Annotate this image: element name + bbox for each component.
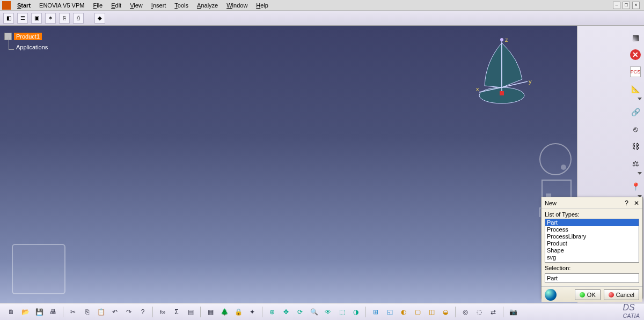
tree-root-product[interactable]: Product1 <box>4 31 48 42</box>
thumbnail-preview[interactable] <box>12 244 65 294</box>
copy-icon[interactable]: ⎘ <box>81 306 93 318</box>
types-listbox[interactable]: Part Process ProcessLibrary Product Shap… <box>545 219 639 263</box>
link-icon[interactable]: 🔗 <box>630 107 641 117</box>
list-item[interactable]: Part <box>545 219 639 226</box>
start-icon <box>2 1 11 10</box>
measure-icon[interactable]: 📐 <box>630 84 641 94</box>
pan-icon[interactable]: ✥ <box>280 306 292 318</box>
table-icon[interactable]: ▤ <box>185 306 196 318</box>
render-icon[interactable]: ◎ <box>459 306 471 318</box>
pcs-icon[interactable]: PCS <box>630 66 641 77</box>
open-icon[interactable]: 📂 <box>19 306 31 318</box>
normal-view-icon[interactable]: ◑ <box>350 306 362 318</box>
list-item[interactable]: Process <box>545 226 639 233</box>
save-icon[interactable]: 💾 <box>33 306 45 318</box>
fit-all-icon[interactable]: ⊕ <box>266 306 278 318</box>
material-icon[interactable]: ◒ <box>440 306 451 318</box>
print-icon[interactable]: 🖶 <box>47 306 59 318</box>
dropdown-icon-2[interactable] <box>638 172 642 175</box>
axis-icon[interactable]: ✦ <box>246 306 258 318</box>
list-item[interactable]: Shape <box>545 247 639 254</box>
hide-icon[interactable]: ◌ <box>473 306 485 318</box>
tool-icon-6[interactable]: ⎙ <box>73 13 84 24</box>
menu-analyze[interactable]: AnalyzeAnalyze <box>193 1 222 10</box>
rotate-icon[interactable]: ⟳ <box>294 306 306 318</box>
hlr-icon[interactable]: ◫ <box>426 306 437 318</box>
compass[interactable]: z y x <box>464 32 545 113</box>
menu-view[interactable]: ViewView <box>126 1 147 10</box>
new-dialog: New ? ✕ List of Types: Part Process Proc… <box>541 197 643 299</box>
cancel-button[interactable]: Cancel <box>604 289 639 300</box>
menu-window[interactable]: WindowWindow <box>222 1 252 10</box>
menu-bar: SStarttart ENOVIA V5 VPM FileFile EditEd… <box>0 0 644 11</box>
list-of-types-label: List of Types: <box>545 211 639 218</box>
menu-enovia[interactable]: ENOVIA V5 VPM <box>35 1 89 10</box>
list-item[interactable]: ProcessLibrary <box>545 233 639 240</box>
nav-sphere-icon[interactable] <box>539 143 572 175</box>
tool-icon-4[interactable]: ✶ <box>45 13 56 24</box>
menu-tools[interactable]: ToolsTools <box>170 1 193 10</box>
iso-icon[interactable]: ◱ <box>384 306 396 318</box>
dialog-close-icon[interactable]: ✕ <box>634 199 639 207</box>
swap-icon[interactable]: ⇄ <box>487 306 499 318</box>
camera-icon[interactable]: 📷 <box>507 306 519 318</box>
cut-icon[interactable]: ✂ <box>67 306 79 318</box>
window-minimize-icon[interactable]: – <box>613 2 620 9</box>
tool-icon-1[interactable]: ◧ <box>3 13 14 24</box>
help-pointer-icon[interactable]: ? <box>137 306 149 318</box>
tree-product-label: Product1 <box>14 33 42 40</box>
undo-icon[interactable]: ↶ <box>109 306 121 318</box>
chain-icon[interactable]: ⛓ <box>630 141 641 152</box>
multi-view-icon[interactable]: ⊞ <box>370 306 382 318</box>
connect-icon[interactable]: ⎋ <box>630 124 641 135</box>
svg-rect-5 <box>500 91 504 95</box>
svg-point-4 <box>500 38 503 41</box>
lock-icon[interactable]: 🔒 <box>232 306 244 318</box>
selection-input[interactable] <box>545 273 639 283</box>
tool-icon-5[interactable]: ⎘ <box>59 13 70 24</box>
menu-help[interactable]: HelpHelp <box>252 1 273 10</box>
menu-insert[interactable]: InsertInsert <box>147 1 171 10</box>
menu-start[interactable]: SStarttart <box>13 1 35 10</box>
ds-catia-logo: DSCATIA <box>623 303 640 319</box>
tool-icon-3[interactable]: ▣ <box>31 13 42 24</box>
wireframe-icon[interactable]: ▢ <box>412 306 423 318</box>
tree-applications[interactable]: Applications <box>16 44 48 50</box>
window-restore-icon[interactable]: □ <box>623 2 630 9</box>
probe-icon[interactable]: 📍 <box>630 181 641 192</box>
sigma-icon[interactable]: Σ <box>171 306 182 318</box>
product-icon <box>4 33 12 40</box>
window-close-icon[interactable]: × <box>632 2 640 9</box>
dialog-help-icon[interactable]: ? <box>625 199 628 207</box>
balance-icon[interactable]: ⚖ <box>630 158 641 169</box>
grid-icon[interactable]: ▦ <box>204 306 216 318</box>
axis-z-label: z <box>505 36 508 43</box>
zoom-in-icon[interactable]: 🔍 <box>308 306 320 318</box>
redo-icon[interactable]: ↷ <box>123 306 135 318</box>
tool-icon-2[interactable]: ☰ <box>17 13 28 24</box>
look-icon[interactable]: 👁 <box>322 306 334 318</box>
paste-icon[interactable]: 📋 <box>95 306 107 318</box>
new-icon[interactable]: 🗎 <box>5 306 17 318</box>
spec-tree: Product1 Applications <box>4 31 48 50</box>
axis-y-label: y <box>529 78 532 85</box>
app-switcher-icon[interactable]: ▦ <box>630 32 641 43</box>
ok-dot-icon <box>580 292 585 297</box>
list-item[interactable]: Product <box>545 240 639 247</box>
list-item[interactable]: svg <box>545 254 639 261</box>
shading-icon[interactable]: ◐ <box>398 306 409 318</box>
axis-x-label: x <box>476 86 479 92</box>
fx-icon[interactable]: f∞ <box>157 306 169 318</box>
menu-edit[interactable]: EditEdit <box>107 1 126 10</box>
ok-button[interactable]: OK <box>575 289 601 300</box>
stop-icon[interactable]: ✕ <box>630 49 641 60</box>
menu-file[interactable]: FileFile <box>89 1 107 10</box>
tool-icon-7[interactable]: ◆ <box>94 13 105 24</box>
tree-icon[interactable]: 🌲 <box>218 306 230 318</box>
dropdown-icon[interactable] <box>638 98 642 100</box>
viewport-3d[interactable]: Product1 Applications z y x <box>0 26 577 303</box>
dialog-title: New <box>545 200 557 206</box>
cancel-dot-icon <box>609 292 614 297</box>
dialog-titlebar[interactable]: New ? ✕ <box>541 197 642 209</box>
zoom-window-icon[interactable]: ⬚ <box>336 306 348 318</box>
